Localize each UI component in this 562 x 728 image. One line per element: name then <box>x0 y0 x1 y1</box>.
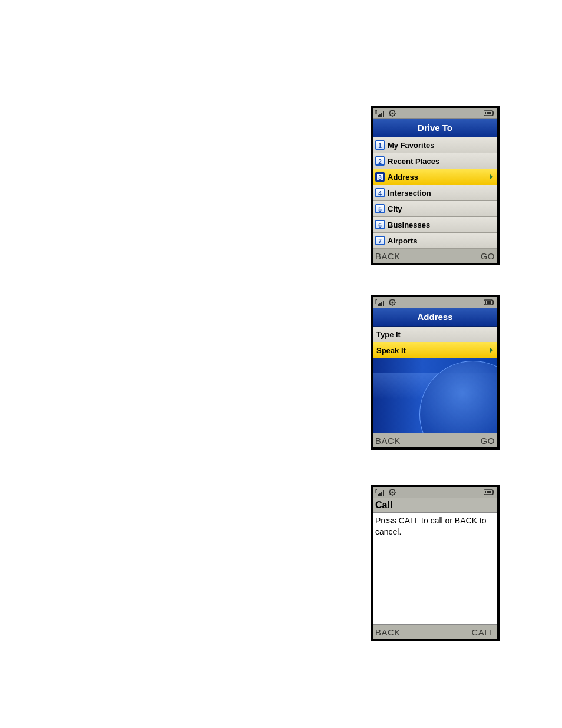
svg-line-34 <box>394 300 395 301</box>
svg-rect-16 <box>485 112 486 114</box>
status-bar <box>373 487 497 498</box>
svg-rect-2 <box>381 113 382 117</box>
svg-line-53 <box>394 494 395 495</box>
svg-rect-20 <box>378 304 379 306</box>
softkey-back[interactable]: BACK <box>375 627 401 637</box>
svg-line-54 <box>390 494 391 495</box>
menu-item-businesses[interactable]: 6 Businesses <box>373 217 497 233</box>
svg-rect-60 <box>488 491 490 493</box>
svg-rect-37 <box>485 301 486 304</box>
battery-icon <box>484 299 495 305</box>
num-badge: 1 <box>375 140 385 150</box>
svg-rect-19 <box>490 112 491 114</box>
screen-title: Address <box>373 308 497 327</box>
signal-icon <box>375 110 386 117</box>
num-badge: 6 <box>375 220 385 229</box>
menu-label: City <box>388 205 497 213</box>
svg-rect-22 <box>381 302 382 306</box>
softkey-call[interactable]: CALL <box>471 627 495 637</box>
svg-rect-1 <box>379 114 381 117</box>
svg-line-11 <box>394 115 395 116</box>
svg-rect-40 <box>490 301 491 304</box>
svg-rect-21 <box>379 303 381 306</box>
svg-point-26 <box>392 302 394 304</box>
softkey-go[interactable]: GO <box>481 251 495 261</box>
num-badge: 5 <box>375 204 385 213</box>
svg-point-5 <box>392 113 394 114</box>
menu-item-address[interactable]: 3 Address <box>373 169 497 185</box>
signal-icon <box>375 489 386 496</box>
chevron-right-icon <box>490 174 494 180</box>
softkey-bar: BACK GO <box>373 249 497 263</box>
chevron-right-icon <box>490 347 494 353</box>
menu-label: Businesses <box>388 220 497 229</box>
num-badge: 4 <box>375 188 385 197</box>
screen-title: Call <box>373 498 497 513</box>
drive-to-menu: 1 My Favorites 2 Recent Places 3 Address… <box>373 137 497 249</box>
svg-rect-23 <box>383 301 384 306</box>
menu-label: Address <box>388 173 490 182</box>
svg-rect-15 <box>493 112 494 114</box>
svg-rect-61 <box>490 491 491 493</box>
svg-line-52 <box>390 490 391 490</box>
svg-line-55 <box>394 490 395 490</box>
signal-icon <box>375 299 386 306</box>
num-badge: 3 <box>375 172 385 182</box>
svg-point-47 <box>392 492 394 493</box>
svg-line-32 <box>394 304 395 305</box>
menu-label: Airports <box>388 236 497 245</box>
menu-label: Intersection <box>388 189 497 197</box>
background-globe <box>373 358 497 433</box>
svg-rect-0 <box>378 115 379 117</box>
svg-rect-44 <box>383 490 384 496</box>
menu-item-my-favorites[interactable]: 1 My Favorites <box>373 137 497 153</box>
svg-rect-17 <box>487 112 488 114</box>
softkey-go[interactable]: GO <box>481 436 495 446</box>
phone-address: Address Type It Speak It BACK GO <box>371 295 500 450</box>
menu-label: My Favorites <box>388 141 497 150</box>
svg-rect-39 <box>488 301 490 304</box>
gear-icon <box>389 110 396 117</box>
menu-item-recent-places[interactable]: 2 Recent Places <box>373 153 497 169</box>
gear-icon <box>389 489 396 496</box>
menu-item-speak-it[interactable]: Speak It <box>373 342 497 358</box>
menu-label: Type It <box>376 330 497 339</box>
softkey-back[interactable]: BACK <box>375 251 401 261</box>
call-instruction-text: Press CALL to call or BACK to cancel. <box>373 513 497 625</box>
address-menu: Type It Speak It <box>373 327 497 358</box>
phone-drive-to: Drive To 1 My Favorites 2 Recent Places … <box>371 106 500 265</box>
softkey-bar: BACK CALL <box>373 625 497 639</box>
num-badge: 2 <box>375 156 385 166</box>
screen-title: Drive To <box>373 119 497 137</box>
gear-icon <box>389 299 396 306</box>
svg-rect-58 <box>485 491 486 493</box>
svg-rect-57 <box>493 491 494 493</box>
menu-label: Recent Places <box>388 157 497 166</box>
status-bar <box>373 108 497 119</box>
svg-line-31 <box>390 300 391 301</box>
softkey-bar: BACK GO <box>373 433 497 447</box>
top-underline <box>59 68 186 68</box>
menu-item-type-it[interactable]: Type It <box>373 327 497 342</box>
svg-rect-38 <box>487 301 488 304</box>
battery-icon <box>484 110 495 116</box>
menu-item-airports[interactable]: 7 Airports <box>373 233 497 249</box>
menu-item-city[interactable]: 5 City <box>373 201 497 217</box>
status-bar <box>373 297 497 308</box>
num-badge: 7 <box>375 236 385 245</box>
softkey-back[interactable]: BACK <box>375 436 401 446</box>
svg-line-13 <box>394 111 395 111</box>
svg-rect-42 <box>379 493 381 496</box>
svg-rect-3 <box>383 111 384 117</box>
svg-rect-43 <box>381 492 382 496</box>
svg-line-33 <box>390 304 391 305</box>
svg-rect-41 <box>378 494 379 496</box>
menu-label: Speak It <box>376 346 490 355</box>
svg-rect-59 <box>487 491 488 493</box>
svg-rect-18 <box>488 112 490 114</box>
svg-line-12 <box>390 115 391 116</box>
battery-icon <box>484 489 495 495</box>
svg-rect-36 <box>493 301 494 304</box>
menu-item-intersection[interactable]: 4 Intersection <box>373 185 497 201</box>
svg-line-10 <box>390 111 391 111</box>
